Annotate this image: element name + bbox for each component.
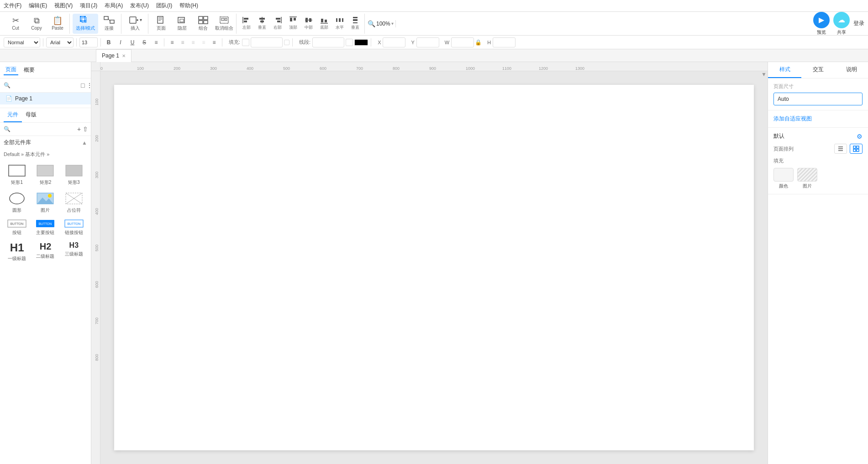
align-right-text-button[interactable]: ≡ xyxy=(188,37,198,47)
right-panel: 样式 交互 说明 页面尺寸 添加自适应视图 默认 ⚙ 页面排列 xyxy=(768,62,868,464)
comp-item-image[interactable]: 图片 xyxy=(32,189,58,215)
menu-view[interactable]: 视图(V) xyxy=(54,2,73,10)
copy-button[interactable]: ⧉ Copy xyxy=(26,14,47,34)
align-bottom-button[interactable]: 底部 xyxy=(317,14,331,34)
pages-search-input[interactable] xyxy=(12,80,79,90)
canvas-white-area[interactable] xyxy=(114,85,754,450)
toggle-icon[interactable]: ⚙ xyxy=(857,133,863,140)
strikethrough-button[interactable]: S xyxy=(139,37,149,47)
tab-close-icon[interactable]: ✕ xyxy=(122,53,126,58)
right-tab-style[interactable]: 样式 xyxy=(768,62,801,78)
menu-team[interactable]: 团队(I) xyxy=(156,2,172,10)
svg-point-2 xyxy=(80,16,81,17)
zoom-control[interactable]: 🔍 100% ▾ xyxy=(368,20,394,27)
page-size-input[interactable] xyxy=(773,93,863,105)
align-left-button[interactable]: 左部 xyxy=(239,14,254,34)
align-right-button[interactable]: 右部 xyxy=(270,14,285,34)
text-indent-button[interactable]: ≡ xyxy=(209,37,219,47)
align-justify-text-button[interactable]: ≡ xyxy=(199,37,209,47)
stroke-input[interactable] xyxy=(312,37,344,47)
bold-button[interactable]: B xyxy=(104,37,114,47)
fill-color-option[interactable]: 颜色 xyxy=(773,168,794,189)
align-left-text-button[interactable]: ≡ xyxy=(167,37,177,47)
x-input[interactable] xyxy=(383,37,405,47)
page-layout-buttons xyxy=(834,144,863,154)
import-comp-icon[interactable]: ⇧ xyxy=(83,125,88,133)
list-button[interactable]: ≡ xyxy=(151,37,161,47)
stroke-swatch[interactable] xyxy=(312,37,368,47)
hide-button[interactable]: 隐层 xyxy=(172,14,192,34)
add-adaptive-button[interactable]: 添加自适应视图 xyxy=(773,114,812,124)
svg-rect-36 xyxy=(294,18,296,21)
comp-tab-masters[interactable]: 母版 xyxy=(22,108,40,122)
menu-file[interactable]: 文件(F) xyxy=(4,2,21,10)
comp-item-rect1[interactable]: 矩形1 xyxy=(4,162,30,188)
h-input[interactable] xyxy=(493,37,516,47)
comp-item-placeholder[interactable]: 占位符 xyxy=(61,189,87,215)
ungroup-button[interactable]: 取消组合 xyxy=(214,14,234,34)
preview-button[interactable]: ▶ xyxy=(813,12,830,28)
align-top-button[interactable]: 顶部 xyxy=(286,14,300,34)
stroke-label: 线段: xyxy=(299,39,310,46)
comp-item-rect3[interactable]: 矩形3 xyxy=(61,162,87,188)
login-button[interactable]: 登录 xyxy=(853,20,864,27)
svg-rect-45 xyxy=(342,18,343,22)
page-button[interactable]: 页面 xyxy=(151,14,171,34)
comp-item-circle[interactable]: 圆形 xyxy=(4,189,30,215)
svg-point-55 xyxy=(48,194,52,198)
paste-button[interactable]: 📋 Paste xyxy=(47,14,68,34)
style-select[interactable]: Normal xyxy=(4,37,40,47)
font-select[interactable]: Arial xyxy=(46,37,74,47)
tab-outline[interactable]: 概要 xyxy=(22,65,37,75)
distribute-h-button[interactable]: 水平 xyxy=(332,14,347,34)
canvas-content[interactable] xyxy=(100,71,768,464)
group-button[interactable]: 组合 xyxy=(193,14,213,34)
fill-color-swatch[interactable] xyxy=(242,37,289,47)
comp-item-rect2[interactable]: 矩形2 xyxy=(32,162,58,188)
align-center-v-button[interactable]: 垂直 xyxy=(255,14,269,34)
comp-item-link-button[interactable]: BUTTON 链接按钮 xyxy=(61,217,87,238)
add-page-icon[interactable]: □ xyxy=(81,82,84,89)
distribute-v-button[interactable]: 垂直 xyxy=(348,14,363,34)
menu-project[interactable]: 项目(J) xyxy=(80,2,97,10)
fill-image-option[interactable]: 图片 xyxy=(797,168,817,189)
layout-grid-button[interactable] xyxy=(850,144,863,154)
align-middle-button[interactable]: 中部 xyxy=(301,14,316,34)
more-comp-icon[interactable]: ⋮ xyxy=(90,125,91,133)
select-button[interactable]: 选择/模式 xyxy=(73,14,98,34)
w-input[interactable] xyxy=(451,37,474,47)
right-tab-interact[interactable]: 交互 xyxy=(801,62,835,78)
page-name: Page 1 xyxy=(15,95,32,102)
menu-edit[interactable]: 编辑(E) xyxy=(29,2,47,10)
italic-button[interactable]: I xyxy=(116,37,126,47)
connect-button[interactable]: 连接 xyxy=(99,14,119,34)
share-button[interactable]: ☁ xyxy=(833,12,850,28)
menu-help[interactable]: 帮助(H) xyxy=(179,2,198,10)
comp-tab-elements[interactable]: 元件 xyxy=(4,108,22,122)
comp-search-input[interactable] xyxy=(12,125,75,134)
comp-item-h1[interactable]: H1 一级标题 xyxy=(4,240,30,264)
tab-pages[interactable]: 页面 xyxy=(4,65,18,75)
menu-layout[interactable]: 布局(A) xyxy=(105,2,123,10)
fill-color-input[interactable] xyxy=(251,37,283,47)
right-tab-notes[interactable]: 说明 xyxy=(835,62,868,78)
y-input[interactable] xyxy=(416,37,439,47)
tab-page1[interactable]: Page 1 ✕ xyxy=(96,49,132,62)
font-size-input[interactable] xyxy=(79,37,98,47)
layout-list-button[interactable] xyxy=(834,144,847,154)
svg-rect-42 xyxy=(325,20,327,22)
comp-item-primary-button[interactable]: BUTTON 主要按钮 xyxy=(32,217,58,238)
comp-item-h2[interactable]: H2 二级标题 xyxy=(32,240,58,264)
page-item-1[interactable]: 📄 Page 1 xyxy=(0,93,91,104)
svg-rect-20 xyxy=(199,21,203,24)
add-comp-icon[interactable]: + xyxy=(77,125,81,133)
canvas-area[interactable]: 0 100 200 300 400 500 600 700 800 900 10… xyxy=(91,62,768,464)
align-center-text-button[interactable]: ≡ xyxy=(178,37,188,47)
library-arrow-icon[interactable]: ▲ xyxy=(82,140,87,146)
comp-item-h3[interactable]: H3 三级标题 xyxy=(61,240,87,264)
underline-button[interactable]: U xyxy=(127,37,137,47)
menu-publish[interactable]: 发布(U) xyxy=(130,2,149,10)
cut-button[interactable]: ✂ Cut xyxy=(5,14,26,34)
comp-item-button[interactable]: BUTTON 按钮 xyxy=(4,217,30,238)
insert-button[interactable]: ▾ 插入 xyxy=(124,14,146,34)
